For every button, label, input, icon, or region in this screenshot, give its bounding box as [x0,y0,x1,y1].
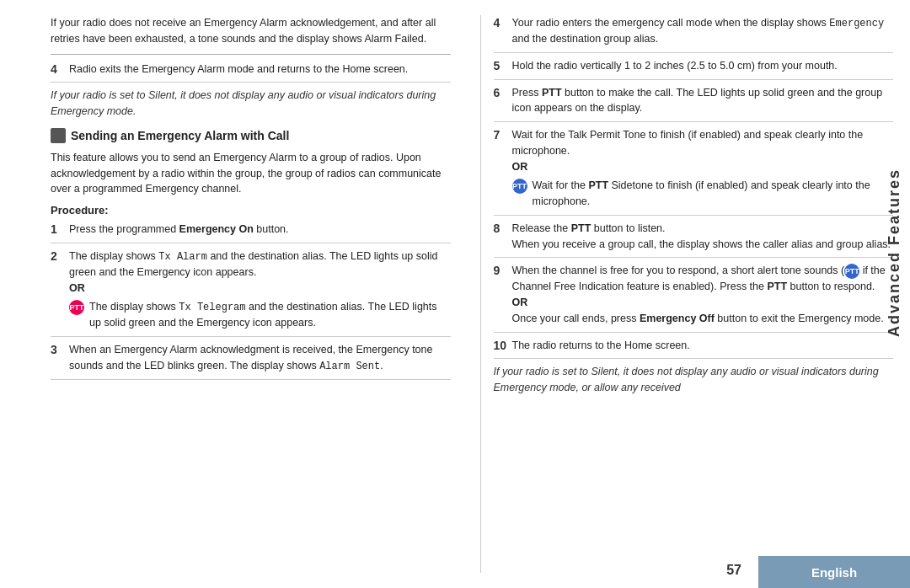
step-10-content: The radio returns to the Home screen. [512,338,690,354]
section-desc: This feature allows you to send an Emerg… [51,150,451,197]
step-9-content: When the channel is free for you to resp… [512,263,894,326]
italic-note-left: If your radio is set to Silent, it does … [51,88,451,120]
page-container: If your radio does not receive an Emerge… [0,0,910,588]
or-label-7: OR [512,159,894,175]
step-num-2: 2 [51,249,64,331]
section-title-block: Sending an Emergency Alarm with Call [51,128,451,143]
step-10: 10 The radio returns to the Home screen. [494,338,894,360]
procedure-label: Procedure: [51,204,451,216]
bold-ptt-7-sub: PTT [588,179,608,191]
step-5-content: Hold the radio vertically 1 to 2 inches … [512,58,838,74]
side-tab-text: Advanced Features [886,168,903,337]
step-4-right-content: Your radio enters the emergency call mod… [512,15,894,47]
right-column: 4 Your radio enters the emergency call m… [480,15,894,573]
divider-1 [51,54,451,55]
step-7: 7 Wait for the Talk Permit Tone to finis… [494,127,894,216]
step-8-content: Release the PTT button to listen. When y… [512,221,891,253]
step-num-10: 10 [494,339,507,354]
step-3-content: When an Emergency Alarm acknowledgment i… [69,342,451,374]
step-6-content: Press PTT button to make the call. The L… [512,85,894,117]
mono-alarm-sent: Alarm Sent [319,361,380,372]
mono-alarm-failed: Alarm Failed [364,33,423,45]
main-content: If your radio does not receive an Emerge… [0,0,910,588]
section-icon [51,128,66,143]
step-9-or-text: Once your call ends, press Emergency Off… [512,311,894,327]
step-2: 2 The display shows Tx Alarm and the des… [51,249,451,337]
step-9: 9 When the channel is free for you to re… [494,263,894,332]
step-num-6: 6 [494,86,507,117]
sub-step-7-text: Wait for the PTT Sidetone to finish (if … [533,178,894,210]
or-label-2: OR [69,281,451,297]
step-6: 6 Press PTT button to make the call. The… [494,85,894,123]
step-num-1: 1 [51,222,64,238]
step-3: 3 When an Emergency Alarm acknowledgment… [51,342,451,380]
left-column: If your radio does not receive an Emerge… [51,15,463,573]
step-num-4-left: 4 [51,62,64,78]
bottom-bar-lang: English [811,565,857,580]
step-1: 1 Press the programmed Emergency On butt… [51,222,451,243]
or-label-9: OR [512,295,894,311]
bold-ptt-9: PTT [767,281,787,292]
bold-emergency-on: Emergency On [179,223,254,235]
mono-tx-alarm: Tx Alarm [158,251,207,263]
italic-note-right-block: If your radio is set to Silent, it does … [494,364,894,396]
bold-ptt-8: PTT [571,222,592,234]
step-4-left-content: Radio exits the Emergency Alarm mode and… [69,61,408,78]
italic-note-right: If your radio is set to Silent, it does … [494,364,894,396]
page-number: 57 [726,563,741,578]
step-num-8: 8 [494,222,507,253]
step-num-4-right: 4 [494,16,507,47]
step-num-5: 5 [494,59,507,74]
bottom-bar: English [758,556,910,588]
ptt-blue-icon-9: PTT [844,264,859,279]
sub-step-2-text: The display shows Tx Telegram and the de… [89,299,451,331]
step-4-right: 4 Your radio enters the emergency call m… [494,15,894,53]
bold-emergency-off: Emergency Off [640,313,715,324]
step-4-left: 4 Radio exits the Emergency Alarm mode a… [51,61,451,83]
italic-note-left-block: If your radio is set to Silent, it does … [51,88,451,120]
step-2-content: The display shows Tx Alarm and the desti… [69,249,451,331]
step-7-content: Wait for the Talk Permit Tone to finish … [512,127,894,210]
bold-ptt-6: PTT [542,87,562,99]
section-title: Sending an Emergency Alarm with Call [71,129,289,142]
sub-step-7: PTT Wait for the PTT Sidetone to finish … [512,178,894,210]
step-1-content: Press the programmed Emergency On button… [69,222,289,238]
step-8: 8 Release the PTT button to listen. When… [494,221,894,259]
ptt-red-icon-2: PTT [69,300,84,315]
step-5: 5 Hold the radio vertically 1 to 2 inche… [494,58,894,80]
mono-emergency: Emergency [829,18,884,29]
intro-text: If your radio does not receive an Emerge… [51,15,451,47]
mono-tx-telegram: Tx Telegram [179,302,245,313]
intro-block: If your radio does not receive an Emerge… [51,15,451,47]
step-num-9: 9 [494,264,507,326]
step-num-7: 7 [494,128,507,210]
step-num-3: 3 [51,343,64,374]
ptt-blue-icon-7: PTT [512,179,527,194]
step-8-extra: When you receive a group call, the displ… [512,238,891,250]
side-tab: Advanced Features [878,0,910,505]
sub-step-2: PTT The display shows Tx Telegram and th… [69,299,451,331]
